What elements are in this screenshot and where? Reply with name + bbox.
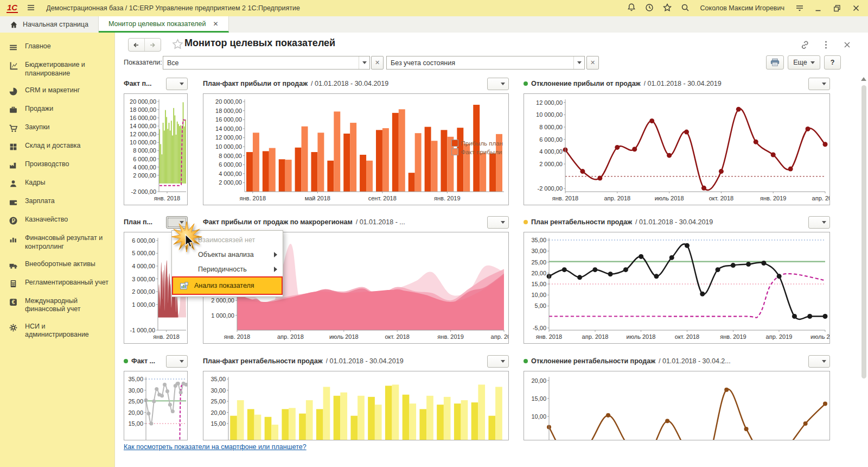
more-button[interactable]: Еще: [788, 55, 820, 70]
sidebar-item-admin[interactable]: НСИ и администрирование: [0, 318, 114, 344]
more-options-kebab-icon[interactable]: [821, 40, 831, 52]
chart-menu-button[interactable]: [166, 78, 188, 90]
svg-text:6 000,00: 6 000,00: [219, 161, 242, 168]
svg-text:янв. 2018: янв. 2018: [240, 195, 266, 201]
svg-text:35,00: 35,00: [128, 376, 143, 382]
svg-text:янв. 2019: янв. 2019: [437, 333, 463, 340]
chart-period: / 01.01.2018 - 30.04.2...: [659, 357, 731, 365]
sidebar-item-salary[interactable]: Зарплата: [0, 193, 114, 211]
svg-text:4 000,00: 4 000,00: [133, 164, 156, 171]
global-search-icon[interactable]: [680, 3, 690, 14]
submenu-arrow-icon: [274, 267, 277, 272]
sidebar-item-production[interactable]: Производство: [0, 156, 114, 174]
chart-menu-button[interactable]: [808, 355, 830, 368]
click-highlight-starburst: [169, 220, 204, 257]
close-window-button[interactable]: [851, 3, 861, 14]
sidebar-item-crm[interactable]: CRM и маркетинг: [0, 82, 114, 100]
svg-text:2 000,00: 2 000,00: [133, 172, 156, 179]
favorites-star-icon[interactable]: [662, 3, 672, 14]
chart-menu-button[interactable]: [808, 78, 830, 90]
indicator-status-bullet: [524, 220, 528, 224]
sidebar-item-regulated[interactable]: Регламентированный учет: [0, 274, 114, 293]
svg-text:янв. 2018: янв. 2018: [552, 195, 578, 201]
sidebar-item-treasury[interactable]: Казначейство: [0, 211, 114, 230]
svg-text:-2 000,00: -2 000,00: [131, 188, 156, 195]
sidebar-item-ifrs[interactable]: € Международный финансовый учет: [0, 293, 114, 318]
current-user[interactable]: Соколов Максим Игоревич: [700, 4, 784, 12]
sidebar-item-purchases[interactable]: Закупки: [0, 119, 114, 137]
chart-fact-profitability-mini: Факт ... 35,0030,0025,0020,0015,00: [124, 354, 188, 440]
chart-menu-button[interactable]: [808, 216, 830, 229]
navigation-buttons: [128, 38, 161, 52]
menu-item-periodicity[interactable]: Периодичность: [172, 262, 283, 276]
1c-logo: 1С: [7, 3, 18, 13]
chevron-down-icon[interactable]: [359, 56, 369, 69]
svg-text:10 000,00: 10 000,00: [536, 111, 563, 118]
sidebar-item-main[interactable]: Главное: [0, 38, 114, 56]
svg-text:14 000,00: 14 000,00: [130, 123, 156, 129]
svg-text:15,00: 15,00: [531, 281, 546, 287]
svg-text:-2 000,00: -2 000,00: [538, 185, 563, 192]
chart-menu-button[interactable]: [487, 216, 509, 229]
tab-monitor[interactable]: Монитор целевых показателей ✕: [99, 16, 229, 33]
sidebar-item-assets[interactable]: Внеоборотные активы: [0, 256, 114, 274]
svg-text:1 000,00: 1 000,00: [211, 312, 234, 319]
home-icon: [10, 21, 18, 29]
scrollbar-thumb[interactable]: [861, 85, 866, 378]
clear-filter2-button[interactable]: ✕: [586, 56, 599, 70]
chart-menu-button[interactable]: [487, 355, 509, 368]
finresult-icon: [9, 235, 18, 244]
application-window: 1С Демонстрационная база / 1С:ERP Управл…: [0, 0, 868, 467]
svg-text:янв. 2019: янв. 2019: [434, 195, 460, 201]
svg-text:2 000,00: 2 000,00: [539, 161, 563, 167]
sales-icon: [9, 105, 18, 115]
svg-text:окт. 2018: окт. 2018: [385, 333, 409, 340]
chart-menu-button[interactable]: [487, 78, 509, 90]
tab-close-icon[interactable]: ✕: [213, 20, 219, 28]
tab-home[interactable]: Начальная страница: [0, 16, 99, 33]
sidebar-item-warehouse[interactable]: Склад и доставка: [0, 137, 114, 156]
state-filter-combobox[interactable]: Без учета состояния: [386, 56, 585, 70]
minimize-button[interactable]: [813, 3, 824, 14]
get-link-icon[interactable]: [800, 40, 810, 52]
svg-text:30,00: 30,00: [210, 387, 226, 394]
print-button[interactable]: [766, 55, 784, 70]
svg-text:35,00: 35,00: [531, 237, 546, 243]
svg-text:16 000,00: 16 000,00: [130, 115, 156, 121]
clear-filter1-button[interactable]: ✕: [371, 56, 384, 70]
restore-button[interactable]: [832, 3, 843, 14]
forward-button[interactable]: [145, 39, 161, 51]
chart-plot: 20 000,0018 000,0016 000,0014 000,0012 0…: [203, 94, 508, 205]
svg-text:16 000,00: 16 000,00: [215, 116, 242, 123]
chart-profit-deviation: Отклонение прибыли от продаж / 01.01.201…: [524, 77, 830, 205]
tab-label: Начальная страница: [23, 21, 88, 28]
back-button[interactable]: [129, 39, 145, 51]
notifications-bell-icon[interactable]: [627, 3, 636, 14]
svg-text:2 000,00: 2 000,00: [132, 288, 155, 295]
indicators-filter-combobox[interactable]: Все: [163, 56, 370, 70]
scroll-up-arrow-icon[interactable]: [861, 77, 866, 81]
svg-text:3 000,00: 3 000,00: [132, 276, 155, 282]
svg-text:10 000,00: 10 000,00: [215, 143, 242, 150]
smartphone-howto-link[interactable]: Как посмотреть показатели на смартфоне и…: [124, 443, 307, 451]
chart-title: Отклонение прибыли от продаж: [531, 80, 641, 87]
sidebar-item-sales[interactable]: Продажи: [0, 100, 114, 119]
svg-text:10,00: 10,00: [531, 292, 546, 298]
vertical-scrollbar[interactable]: [860, 77, 867, 466]
svg-text:15,00: 15,00: [128, 420, 143, 427]
sidebar-item-finresult[interactable]: Финансовый результат и контроллинг: [0, 230, 114, 255]
svg-text:янв. 2018: янв. 2018: [154, 195, 180, 201]
chevron-down-icon[interactable]: [573, 56, 584, 69]
sidebar-item-hr[interactable]: Кадры: [0, 174, 114, 193]
sidebar-item-budgeting[interactable]: Бюджетирование и планирование: [0, 56, 114, 82]
history-icon[interactable]: [644, 3, 654, 14]
add-favorite-star-icon[interactable]: [171, 38, 184, 52]
chart-plan-fact-profit: План-факт прибыли от продаж / 01.01.2018…: [203, 77, 509, 205]
chart-menu-button[interactable]: [166, 355, 188, 368]
help-button[interactable]: ?: [824, 55, 841, 70]
main-menu-icon[interactable]: [27, 3, 35, 14]
settings-menu-icon[interactable]: [795, 3, 805, 14]
svg-text:апр. 2018: апр. 2018: [604, 195, 630, 201]
close-form-icon[interactable]: [842, 40, 852, 52]
menu-item-indicator-analysis[interactable]: Анализ показателя: [172, 276, 283, 295]
